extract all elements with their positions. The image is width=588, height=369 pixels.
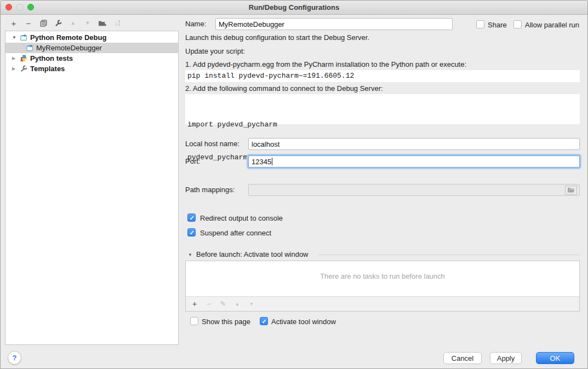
pip-install-code: pip install pydevd-pycharm~=191.6605.12: [185, 70, 580, 82]
activate-tool-window-label: Activate tool window: [271, 318, 336, 326]
tree-item-label: MyRemoteDebugger: [36, 44, 102, 52]
sort-alphabetically-icon[interactable]: ↓ az: [112, 18, 123, 28]
remove-task-icon[interactable]: −: [205, 299, 213, 308]
local-host-name-input[interactable]: [248, 138, 580, 150]
move-down-icon[interactable]: ▼: [82, 18, 93, 28]
step1-text: 1. Add pydevd-pycharm.egg from the PyCha…: [185, 60, 466, 68]
help-button[interactable]: ?: [8, 351, 21, 365]
run-debug-configurations-dialog: Run/Debug Configurations + − ▲ ▼: [0, 0, 588, 369]
folder-icon: [567, 187, 575, 193]
collapsed-caret-icon[interactable]: ▶: [12, 66, 17, 71]
empty-task-list-text: There are no tasks to run before launch: [186, 272, 579, 280]
suspend-after-connect-checkbox[interactable]: [187, 228, 196, 237]
ok-button[interactable]: OK: [536, 352, 574, 364]
text-cursor: [272, 158, 272, 165]
move-up-icon[interactable]: ▲: [67, 18, 78, 28]
redirect-output-label: Redirect output to console: [200, 214, 283, 222]
remove-configuration-icon[interactable]: −: [23, 18, 34, 28]
new-folder-icon[interactable]: [97, 18, 108, 28]
local-host-name-label: Local host name:: [185, 138, 239, 150]
share-checkbox[interactable]: [476, 20, 484, 28]
before-launch-title: Before launch: Activate tool window: [196, 250, 309, 258]
move-task-down-icon[interactable]: ▼: [248, 302, 255, 307]
edit-defaults-wrench-icon[interactable]: [53, 18, 64, 28]
task-list-toolbar: + − ✎ ▲ ▼: [186, 296, 579, 311]
collapsed-caret-icon[interactable]: ▶: [12, 56, 17, 61]
tree-item-python-remote-debug[interactable]: ▼ Python Remote Debug: [5, 32, 178, 43]
expanded-caret-icon[interactable]: ▼: [12, 35, 17, 40]
cancel-button[interactable]: Cancel: [443, 352, 482, 364]
add-task-icon[interactable]: +: [191, 299, 198, 308]
templates-wrench-icon: [20, 65, 28, 72]
python-tests-icon: [20, 55, 28, 62]
before-launch-collapse-icon[interactable]: ▼: [188, 252, 192, 257]
update-script-text: Update your script:: [185, 47, 245, 55]
tree-toolbar: + − ▲ ▼ ↓ az: [8, 18, 123, 28]
suspend-after-connect-label: Suspend after connect: [200, 229, 271, 237]
path-mappings-input[interactable]: [248, 184, 580, 196]
settrace-code: import pydevd_pycharm pydevd_pycharm.set…: [185, 94, 580, 124]
path-mappings-label: Path mappings:: [185, 184, 235, 196]
close-button[interactable]: [5, 4, 12, 10]
tree-item-python-tests[interactable]: ▶ Python tests: [5, 53, 178, 64]
browse-path-mappings-button[interactable]: [565, 186, 577, 195]
activate-tool-window-checkbox[interactable]: [260, 317, 268, 325]
tree-item-myremotedebugger[interactable]: MyRemoteDebugger: [5, 43, 178, 53]
edit-task-icon[interactable]: ✎: [219, 300, 227, 308]
port-input[interactable]: [248, 155, 580, 168]
tree-item-label: Python Remote Debug: [30, 33, 106, 42]
port-label: Port:: [185, 155, 200, 168]
remote-debug-config-icon: [26, 44, 34, 51]
intro-text: Launch this debug configuration to start…: [185, 33, 369, 42]
copy-configuration-icon[interactable]: [38, 18, 49, 28]
move-task-up-icon[interactable]: ▲: [233, 302, 241, 307]
configurations-tree: ▼ Python Remote Debug MyRemoteDebugger: [5, 31, 179, 345]
zoom-button[interactable]: [27, 4, 34, 10]
remote-debug-config-icon: [20, 34, 28, 41]
show-this-page-checkbox[interactable]: [190, 317, 198, 325]
window-title: Run/Debug Configurations: [1, 1, 587, 14]
allow-parallel-run-label: Allow parallel run: [525, 21, 579, 29]
apply-button[interactable]: Apply: [490, 352, 522, 364]
show-this-page-label: Show this page: [202, 318, 250, 326]
redirect-output-checkbox[interactable]: [187, 214, 196, 222]
tree-item-label: Templates: [30, 65, 65, 73]
share-label: Share: [488, 21, 507, 29]
step2-text: 2. Add the following command to connect …: [185, 84, 383, 93]
titlebar: Run/Debug Configurations: [1, 1, 587, 15]
tree-item-label: Python tests: [30, 54, 73, 62]
section-divider: [318, 255, 580, 255]
minimize-button[interactable]: [16, 4, 23, 10]
before-launch-task-list: There are no tasks to run before launch …: [185, 261, 580, 312]
add-configuration-icon[interactable]: +: [8, 18, 19, 28]
name-input[interactable]: [215, 18, 453, 30]
settrace-code-line1: import pydevd_pycharm: [187, 119, 580, 130]
allow-parallel-run-checkbox[interactable]: [513, 20, 522, 28]
name-label: Name:: [185, 18, 206, 30]
tree-item-templates[interactable]: ▶ Templates: [5, 64, 178, 74]
